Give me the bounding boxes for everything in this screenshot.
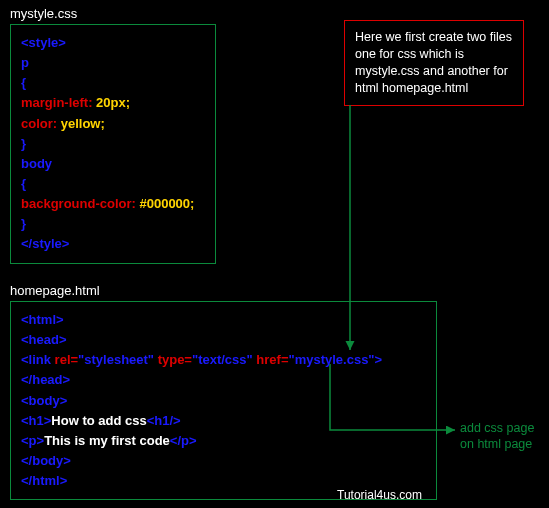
annotation-text: add css page on html page — [460, 420, 534, 453]
file1-code-box: <style> p { margin-left: 20px; color: ye… — [10, 24, 216, 264]
code: <html> — [21, 312, 64, 327]
code: 20px; — [93, 95, 131, 110]
code: type= — [158, 352, 192, 367]
code: <h1/> — [147, 413, 181, 428]
code: #000000; — [136, 196, 195, 211]
code: href= — [256, 352, 288, 367]
code: } — [21, 216, 26, 231]
note-text: Here we first create two files one for c… — [355, 30, 512, 95]
code: background-color: — [21, 196, 136, 211]
code: } — [21, 136, 26, 151]
code: </html> — [21, 473, 67, 488]
code: "mystyle.css" — [288, 352, 374, 367]
code: <h1> — [21, 413, 51, 428]
code: rel= — [55, 352, 79, 367]
code: How to add css — [51, 413, 146, 428]
code: yellow; — [57, 116, 105, 131]
code: <body> — [21, 393, 67, 408]
code: "stylesheet" — [78, 352, 158, 367]
file1-label: mystyle.css — [10, 6, 77, 21]
code: > — [375, 352, 383, 367]
code: { — [21, 176, 26, 191]
code: <style> — [21, 35, 66, 50]
code: p — [21, 55, 29, 70]
code: </body> — [21, 453, 71, 468]
file2-code-box: <html> <head> <link rel="stylesheet" typ… — [10, 301, 437, 500]
code: body — [21, 156, 52, 171]
code: </p> — [170, 433, 197, 448]
code: </style> — [21, 236, 69, 251]
code: <link — [21, 352, 55, 367]
file2-label: homepage.html — [10, 283, 100, 298]
code: This is my first code — [44, 433, 170, 448]
code: { — [21, 75, 26, 90]
code: </head> — [21, 372, 70, 387]
code: color: — [21, 116, 57, 131]
code: margin-left: — [21, 95, 93, 110]
watermark: Tutorial4us.com — [337, 488, 422, 502]
code: <head> — [21, 332, 67, 347]
code: <p> — [21, 433, 44, 448]
note-box: Here we first create two files one for c… — [344, 20, 524, 106]
code: "text/css" — [192, 352, 256, 367]
